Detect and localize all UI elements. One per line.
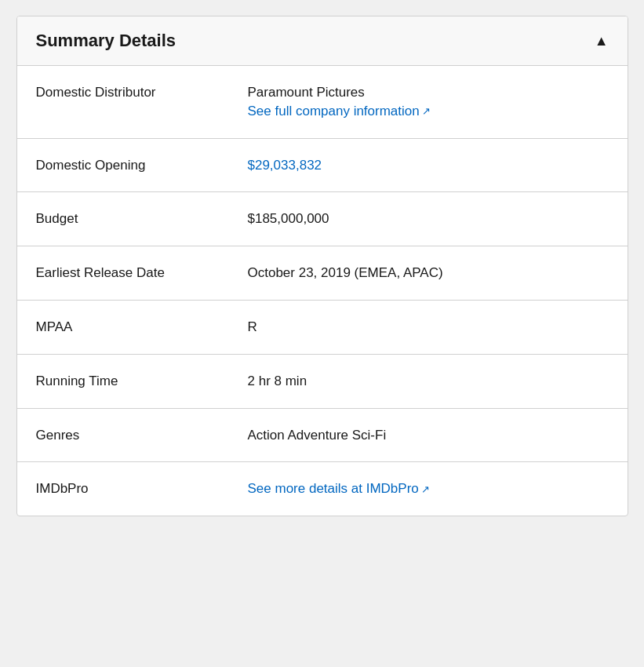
value-mpaa: R [229, 300, 628, 354]
table-row: Running Time 2 hr 8 min [17, 354, 628, 408]
card-title: Summary Details [36, 31, 176, 51]
label-domestic-distributor: Domestic Distributor [17, 66, 229, 138]
label-genres: Genres [17, 408, 229, 462]
value-domestic-opening: $29,033,832 [229, 138, 628, 192]
value-domestic-distributor: Paramount Pictures See full company info… [229, 66, 628, 138]
table-row: Domestic Distributor Paramount Pictures … [17, 66, 628, 138]
external-link-icon: ↗︎ [421, 483, 430, 497]
table-row: Earliest Release Date October 23, 2019 (… [17, 246, 628, 301]
label-running-time: Running Time [17, 354, 229, 408]
distributor-name: Paramount Pictures [248, 83, 609, 102]
label-earliest-release-date: Earliest Release Date [17, 246, 229, 301]
label-mpaa: MPAA [17, 300, 229, 354]
distributor-link[interactable]: See full company information↗︎ [248, 104, 431, 118]
value-genres: Action Adventure Sci-Fi [229, 408, 628, 462]
external-link-icon: ↗︎ [422, 104, 431, 118]
label-budget: Budget [17, 192, 229, 246]
value-budget: $185,000,000 [229, 192, 628, 246]
imdbpro-link[interactable]: See more details at IMDbPro↗︎ [248, 481, 430, 496]
label-domestic-opening: Domestic Opening [17, 138, 229, 192]
card-header: Summary Details ▲ [17, 16, 628, 66]
summary-details-card: Summary Details ▲ Domestic Distributor P… [16, 16, 628, 516]
value-imdbpro: See more details at IMDbPro↗︎ [229, 462, 628, 516]
table-row: Genres Action Adventure Sci-Fi [17, 408, 628, 462]
value-running-time: 2 hr 8 min [229, 354, 628, 408]
collapse-icon[interactable]: ▲ [595, 33, 609, 49]
value-earliest-release-date: October 23, 2019 (EMEA, APAC) [229, 246, 628, 301]
table-row: IMDbPro See more details at IMDbPro↗︎ [17, 462, 628, 516]
table-row: MPAA R [17, 300, 628, 354]
details-table: Domestic Distributor Paramount Pictures … [17, 66, 628, 516]
label-imdbpro: IMDbPro [17, 462, 229, 516]
table-row: Budget $185,000,000 [17, 192, 628, 246]
table-row: Domestic Opening $29,033,832 [17, 138, 628, 192]
